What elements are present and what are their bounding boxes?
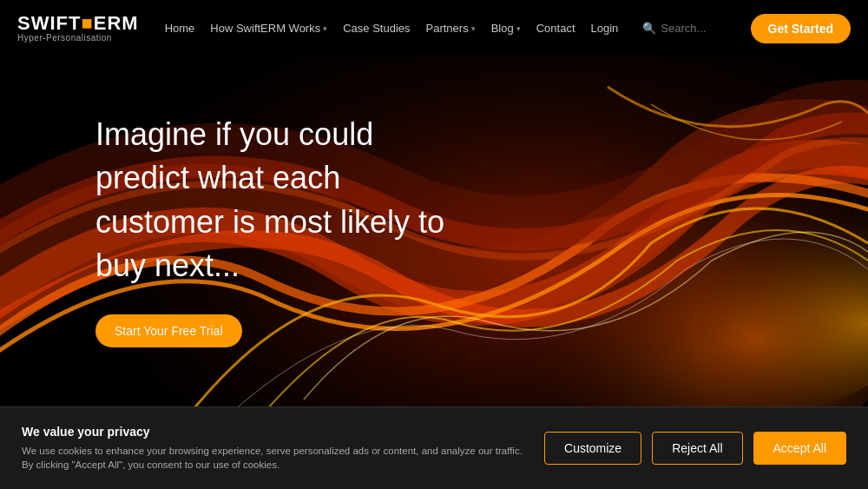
nav-blog[interactable]: Blog ▾ (491, 22, 521, 35)
nav-case-studies[interactable]: Case Studies (343, 22, 410, 35)
hero-content: Imagine if you could predict what each c… (95, 113, 460, 347)
logo-sub: Hyper-Personalisation (17, 33, 139, 43)
search-area: 🔍 (642, 22, 730, 35)
nav-how-it-works[interactable]: How SwiftERM Works ▾ (210, 22, 327, 35)
cookie-text-area: We value your privacy We use cookies to … (22, 425, 527, 472)
hero-section: Imagine if you could predict what each c… (0, 0, 868, 439)
navbar: SWIFT■ERM Hyper-Personalisation Home How… (0, 0, 868, 56)
get-started-button[interactable]: Get Started (751, 14, 851, 43)
dropdown-arrow: ▾ (471, 24, 476, 33)
cookie-buttons: Customize Reject All Accept All (544, 432, 846, 465)
hero-cta-button[interactable]: Start Your Free Trial (95, 314, 242, 347)
dropdown-arrow: ▾ (323, 24, 327, 33)
dropdown-arrow: ▾ (516, 24, 521, 33)
logo-text: SWIFT■ERM (17, 14, 139, 33)
cookie-banner: We value your privacy We use cookies to … (0, 406, 868, 489)
nav-contact[interactable]: Contact (536, 22, 575, 35)
nav-partners[interactable]: Partners ▾ (426, 22, 476, 35)
cookie-title: We value your privacy (22, 425, 527, 439)
nav-home[interactable]: Home (165, 22, 195, 35)
nav-links: Home How SwiftERM Works ▾ Case Studies P… (165, 22, 738, 35)
cookie-accept-button[interactable]: Accept All (753, 432, 846, 465)
cookie-customize-button[interactable]: Customize (544, 432, 641, 465)
cookie-body: We use cookies to enhance your browsing … (22, 444, 527, 472)
hero-title: Imagine if you could predict what each c… (95, 113, 460, 288)
cookie-reject-button[interactable]: Reject All (652, 432, 742, 465)
nav-login[interactable]: Login (591, 22, 619, 35)
logo[interactable]: SWIFT■ERM Hyper-Personalisation (17, 14, 139, 43)
search-icon: 🔍 (642, 22, 656, 35)
search-input[interactable] (661, 22, 730, 35)
